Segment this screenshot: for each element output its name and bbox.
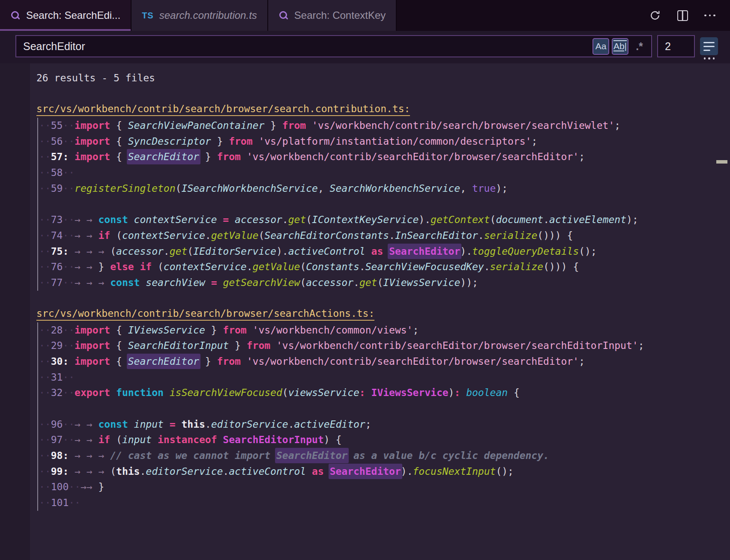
tab-search-contextkey[interactable]: Search: ContextKey (268, 0, 397, 31)
code-line[interactable]: ··30: import { SearchEditor } from 'vs/w… (39, 354, 730, 369)
code-line[interactable]: ··77··→ → → const searchView = getSearch… (39, 275, 730, 291)
regex-toggle[interactable]: .* (631, 38, 648, 55)
code-line[interactable]: ··59··registerSingleton(ISearchWorkbench… (39, 181, 730, 197)
code-line[interactable]: ··98: → → → // cast as we cannot import … (39, 448, 730, 464)
code-line[interactable]: ··73··→ → const contextService = accesso… (39, 212, 730, 228)
split-editor-icon (677, 10, 688, 21)
code-line[interactable]: ··58·· (39, 165, 730, 181)
match-case-toggle[interactable]: Aa (592, 38, 609, 55)
code-line[interactable]: ··99: → → → (this.editorService.activeCo… (39, 464, 730, 480)
editor-actions (648, 0, 730, 31)
tab-label: search.contribution.ts (159, 9, 257, 21)
more-actions-button[interactable] (703, 8, 717, 23)
search-input[interactable] (23, 40, 590, 53)
whole-word-icon: Ab| (613, 41, 627, 51)
tab-bar: Search: SearchEdi... TS search.contribut… (0, 0, 730, 31)
file-result-section: src/vs/workbench/contrib/search/browser/… (36, 102, 730, 291)
ellipsis-icon (704, 15, 715, 17)
code-line[interactable]: ··75: → → → (accessor.get(IEditorService… (39, 244, 730, 259)
tab-label: Search: ContextKey (294, 9, 386, 21)
code-line[interactable]: ··100··→→ } (39, 479, 730, 495)
typescript-icon: TS (142, 11, 154, 21)
search-icon (10, 10, 21, 21)
code-block: ··55··import { SearchViewPaneContainer }… (37, 118, 730, 291)
search-query-widget: Aa Ab| .* (0, 31, 730, 63)
file-path-text: src/vs/workbench/contrib/search/browser/… (36, 103, 410, 116)
code-line[interactable]: ··76··→ → } else if (contextService.getV… (39, 259, 730, 275)
code-line[interactable]: ··74··→ → if (contextService.getValue(Se… (39, 228, 730, 244)
rerun-search-button[interactable] (648, 8, 662, 23)
code-line[interactable]: ··31·· (39, 369, 730, 385)
code-line[interactable]: ··57: import { SearchEditor } from 'vs/w… (39, 149, 730, 165)
editor-pane: 26 results - 5 files src/vs/workbench/co… (0, 63, 730, 560)
toggle-search-details-button[interactable] (700, 37, 718, 55)
code-line[interactable]: ··32··export function isSearchViewFocuse… (39, 385, 730, 401)
code-spacer (39, 401, 730, 417)
tab-label: Search: SearchEdi... (26, 9, 120, 21)
results-files: src/vs/workbench/contrib/search/browser/… (36, 102, 730, 511)
code-block: ··28··import { IViewsService } from 'vs/… (37, 322, 730, 511)
tab-search-searcheditor[interactable]: Search: SearchEdi... (0, 0, 132, 31)
code-line[interactable]: ··101·· (39, 495, 730, 511)
split-editor-button[interactable] (675, 8, 690, 23)
code-line[interactable]: ··55··import { SearchViewPaneContainer }… (39, 118, 730, 134)
file-result-section: src/vs/workbench/contrib/search/browser/… (36, 307, 730, 511)
refresh-icon (649, 9, 661, 21)
results-summary: 26 results - 5 files (36, 70, 730, 86)
whole-word-toggle[interactable]: Ab| (612, 38, 628, 55)
tab-search-contribution-ts[interactable]: TS search.contribution.ts (132, 0, 268, 31)
search-results: 26 results - 5 files src/vs/workbench/co… (0, 63, 730, 511)
code-line[interactable]: ··28··import { IViewsService } from 'vs/… (39, 322, 730, 338)
code-line[interactable]: ··56··import { SyncDescriptor } from 'vs… (39, 134, 730, 149)
code-line[interactable]: ··96··→ → const input = this.editorServi… (39, 417, 730, 432)
file-path-link[interactable]: src/vs/workbench/contrib/search/browser/… (36, 102, 730, 118)
code-spacer (39, 196, 730, 212)
search-input-box: Aa Ab| .* (15, 35, 652, 57)
code-line[interactable]: ··97··→ → if (input instanceof SearchEdi… (39, 432, 730, 448)
context-lines-input[interactable] (657, 35, 695, 57)
search-icon (278, 10, 289, 21)
file-path-link[interactable]: src/vs/workbench/contrib/search/browser/… (36, 307, 730, 322)
search-editor-window: Search: SearchEdi... TS search.contribut… (0, 0, 730, 560)
file-path-text: src/vs/workbench/contrib/search/browser/… (36, 308, 374, 321)
search-more-button[interactable] (704, 57, 715, 60)
code-line[interactable]: ··29··import { SearchEditorInput } from … (39, 338, 730, 354)
